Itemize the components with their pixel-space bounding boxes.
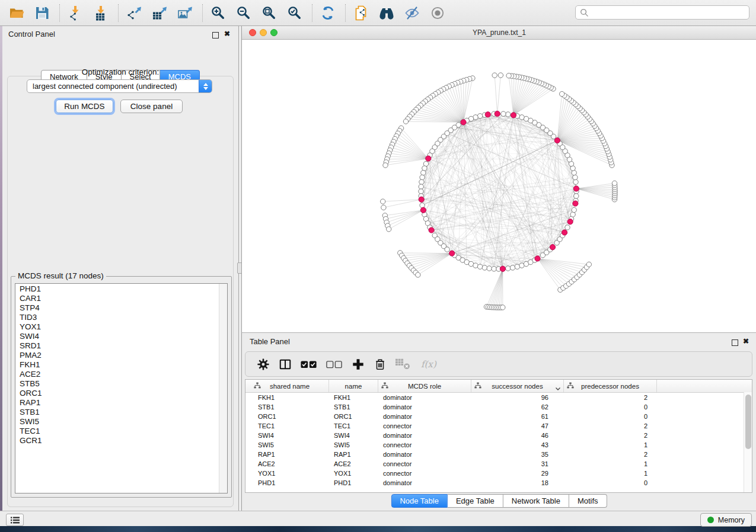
- mcds-result-list[interactable]: PHD1CAR1STP4TID3YOX1SWI4SRD1PMA2FKH1ACE2…: [15, 283, 228, 493]
- table-close-panel-icon[interactable]: ✖: [743, 338, 749, 345]
- import-network-icon[interactable]: [66, 4, 85, 23]
- table-cell: 1: [564, 441, 657, 448]
- close-panel-icon[interactable]: ✖: [224, 30, 230, 37]
- save-session-icon[interactable]: [33, 4, 52, 23]
- toolbar-separator: [202, 4, 203, 22]
- deselect-all-icon[interactable]: [326, 357, 343, 372]
- select-all-icon[interactable]: [301, 357, 317, 372]
- column-header-shared-name[interactable]: shared name: [251, 380, 329, 392]
- table-row[interactable]: SWI5SWI5connector431: [245, 440, 752, 450]
- tab-network-table[interactable]: Network Table: [503, 494, 569, 508]
- column-header-label: shared name: [270, 383, 310, 390]
- float-panel-icon[interactable]: [212, 30, 219, 41]
- mcds-result-scrollbar[interactable]: [219, 284, 227, 493]
- zoom-out-icon[interactable]: [234, 4, 253, 23]
- table-cell: 62: [471, 403, 564, 411]
- network-graph-svg[interactable]: [242, 40, 756, 332]
- hide-graphics-icon[interactable]: [403, 4, 422, 23]
- export-image-icon[interactable]: [176, 4, 194, 23]
- table-row[interactable]: ACE2ACE2connector311: [245, 459, 752, 469]
- table-cell: 61: [471, 413, 564, 420]
- table-cell: FKH1: [329, 394, 378, 401]
- table-cell: ORC1: [251, 413, 329, 420]
- table-scrollbar[interactable]: [744, 392, 752, 492]
- list-item[interactable]: TID3: [15, 313, 227, 322]
- list-item[interactable]: PMA2: [15, 351, 227, 360]
- search-input[interactable]: [589, 8, 749, 17]
- import-table-icon[interactable]: [91, 4, 110, 23]
- close-traffic-light[interactable]: [249, 29, 256, 36]
- list-item[interactable]: STP4: [15, 303, 227, 313]
- task-history-button[interactable]: [6, 514, 24, 526]
- list-item[interactable]: SWI4: [15, 332, 227, 341]
- zoom-selected-icon[interactable]: [285, 4, 304, 23]
- clone-network-icon[interactable]: [352, 4, 371, 23]
- network-leaf-nodes[interactable]: [381, 73, 618, 310]
- table-row[interactable]: TEC1TEC1connector472: [245, 421, 752, 431]
- list-item[interactable]: STB1: [15, 408, 227, 417]
- table-row[interactable]: RAP1RAP1dominator352: [245, 450, 752, 459]
- table-cell: dominator: [378, 403, 471, 411]
- table-cell: 2: [564, 451, 657, 458]
- main-toolbar: [0, 0, 756, 26]
- open-file-icon[interactable]: [7, 4, 26, 23]
- export-network-icon[interactable]: [125, 4, 143, 23]
- add-column-icon[interactable]: [352, 357, 365, 372]
- node-table-body: FKH1FKH1dominator962STB1STB1dominator620…: [245, 393, 752, 488]
- list-item[interactable]: ACE2: [15, 370, 227, 379]
- list-item[interactable]: SWI5: [15, 417, 227, 427]
- memory-button[interactable]: Memory: [700, 513, 752, 527]
- show-graphics-icon[interactable]: [428, 4, 447, 23]
- table-row[interactable]: ORC1ORC1dominator610: [245, 412, 752, 421]
- zoom-traffic-light[interactable]: [270, 29, 277, 36]
- table-row[interactable]: PHD1PHD1dominator180: [245, 478, 752, 488]
- tab-motifs[interactable]: Motifs: [569, 494, 607, 508]
- zoom-fit-icon[interactable]: [260, 4, 279, 23]
- list-item[interactable]: YOX1: [15, 322, 227, 332]
- list-item[interactable]: ORC1: [15, 389, 227, 398]
- column-header-name[interactable]: name: [329, 380, 378, 392]
- show-columns-icon[interactable]: [279, 357, 292, 372]
- list-item[interactable]: FKH1: [15, 360, 227, 370]
- table-cell: 0: [564, 403, 657, 411]
- column-header-mcds-role[interactable]: MCDS role: [378, 380, 471, 392]
- close-panel-button[interactable]: Close panel: [120, 100, 183, 113]
- table-row[interactable]: SWI4SWI4dominator462: [245, 431, 752, 440]
- table-cell: 0: [564, 479, 657, 486]
- table-cell: connector: [378, 470, 471, 477]
- table-cell: SWI4: [251, 432, 329, 439]
- list-item[interactable]: SRD1: [15, 341, 227, 351]
- list-item[interactable]: PHD1: [15, 284, 227, 294]
- table-scrollbar-thumb[interactable]: [745, 395, 751, 449]
- table-row[interactable]: STB1STB1dominator620: [245, 402, 752, 412]
- refresh-icon[interactable]: [318, 4, 337, 23]
- list-item[interactable]: TEC1: [15, 427, 227, 436]
- list-item[interactable]: STB5: [15, 379, 227, 389]
- table-options-gear-icon[interactable]: [257, 357, 270, 372]
- search-icon: [580, 8, 589, 17]
- table-row[interactable]: YOX1YOX1connector291: [245, 469, 752, 478]
- search-network-icon[interactable]: [377, 4, 396, 23]
- table-cell: 1: [564, 470, 657, 477]
- minimize-traffic-light[interactable]: [260, 29, 267, 36]
- column-header-successor-nodes[interactable]: successor nodes: [471, 380, 564, 392]
- criterion-dropdown[interactable]: largest connected component (undirected): [27, 79, 212, 93]
- search-box[interactable]: [575, 5, 749, 20]
- tab-edge-table[interactable]: Edge Table: [448, 494, 503, 508]
- column-header-predecessor-nodes[interactable]: predecessor nodes: [564, 380, 657, 392]
- zoom-in-icon[interactable]: [209, 4, 228, 23]
- table-cell: 1: [564, 460, 657, 467]
- table-float-panel-icon[interactable]: [732, 338, 738, 348]
- task-list-icon: [11, 517, 20, 524]
- list-item[interactable]: GCR1: [15, 436, 227, 446]
- network-window-titlebar[interactable]: YPA_prune.txt_1: [242, 26, 756, 40]
- network-canvas[interactable]: [242, 40, 756, 332]
- export-table-icon[interactable]: [150, 4, 169, 23]
- run-mcds-button[interactable]: Run MCDS: [56, 100, 113, 113]
- list-item[interactable]: RAP1: [15, 398, 227, 408]
- tab-node-table[interactable]: Node Table: [391, 494, 448, 508]
- list-item[interactable]: CAR1: [15, 294, 227, 303]
- toolbar-separator: [118, 4, 119, 22]
- table-row[interactable]: FKH1FKH1dominator962: [245, 393, 752, 402]
- delete-column-icon[interactable]: [374, 357, 387, 372]
